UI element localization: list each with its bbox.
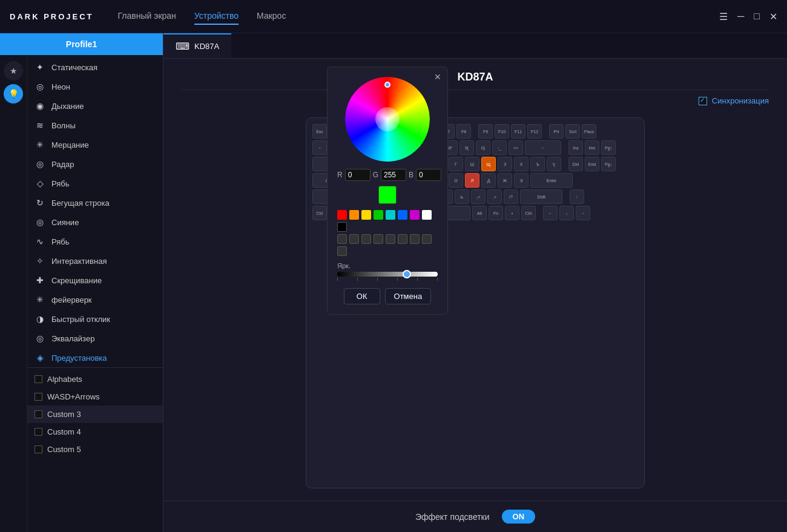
grid-swatch-4[interactable] xyxy=(374,234,383,244)
key-period[interactable]: .> xyxy=(487,189,502,204)
custom3-checkbox[interactable] xyxy=(35,410,42,418)
key-u[interactable]: Г xyxy=(449,157,463,171)
sidebar-icon-bulb[interactable]: 💡 xyxy=(4,84,23,103)
effect-preset[interactable]: ◈ Предустановка xyxy=(27,348,163,367)
key-f10[interactable]: F10 xyxy=(495,124,509,139)
maximize-button[interactable]: □ xyxy=(754,11,760,22)
key-backspace[interactable]: ← xyxy=(525,140,561,155)
preset-custom4[interactable]: Custom 4 xyxy=(27,423,163,441)
key-m[interactable]: Ь xyxy=(455,189,469,204)
grid-swatch-7[interactable] xyxy=(410,234,420,244)
key-equal[interactable]: =+ xyxy=(509,140,523,155)
key-lbracket[interactable]: Х xyxy=(514,157,529,171)
effect-equalizer[interactable]: ◎ Эквалайзер xyxy=(27,329,163,348)
key-home[interactable]: Hm xyxy=(585,140,599,155)
key-fn[interactable]: Fn xyxy=(489,206,503,220)
key-rbracket[interactable]: Ъ xyxy=(530,157,545,171)
swatch-white[interactable] xyxy=(422,210,432,220)
key-ins[interactable]: Ins xyxy=(568,140,583,155)
effect-toggle-button[interactable]: ON xyxy=(502,510,536,524)
b-input[interactable] xyxy=(416,169,441,181)
key-f9[interactable]: F9 xyxy=(478,124,493,139)
effect-shine[interactable]: ◎ Сияние xyxy=(27,212,163,232)
key-arrow-down[interactable]: ↓ xyxy=(559,206,574,220)
key-pause[interactable]: Paus xyxy=(582,124,596,139)
effect-breathing[interactable]: ◉ Дыхание xyxy=(27,96,163,116)
effect-fireworks[interactable]: ✳ фейерверк xyxy=(27,290,163,309)
swatch-green[interactable] xyxy=(374,210,383,220)
key-rwin[interactable]: ▪ xyxy=(505,206,519,220)
preset-alphabets[interactable]: Alphabets xyxy=(27,370,163,388)
grid-swatch-1[interactable] xyxy=(337,234,347,244)
effect-neon[interactable]: ◎ Неон xyxy=(27,77,163,96)
brightness-slider[interactable] xyxy=(337,272,438,281)
key-p[interactable]: З xyxy=(498,157,512,171)
color-wheel[interactable] xyxy=(345,77,430,162)
swatch-blue[interactable] xyxy=(398,210,407,220)
grid-swatch-3[interactable] xyxy=(361,234,371,244)
close-button[interactable]: ✕ xyxy=(769,11,777,22)
key-esc[interactable]: Esc xyxy=(312,124,327,139)
profile-header[interactable]: Profile1 xyxy=(0,33,163,55)
effect-fast-response[interactable]: ◑ Быстрый отклик xyxy=(27,309,163,329)
custom4-checkbox[interactable] xyxy=(35,428,42,436)
key-arrow-right[interactable]: → xyxy=(576,206,590,220)
grid-swatch-6[interactable] xyxy=(398,234,407,244)
key-l[interactable]: Д xyxy=(481,173,496,188)
tab-device[interactable]: Устройство xyxy=(194,8,239,25)
key-o[interactable]: Щ xyxy=(481,157,496,171)
effect-waves[interactable]: ≋ Волны xyxy=(27,116,163,135)
key-scrlk[interactable]: Scrl xyxy=(565,124,580,139)
key-tilde[interactable]: ~ xyxy=(312,140,327,155)
swatch-black[interactable] xyxy=(337,222,347,232)
key-slash[interactable]: /? xyxy=(504,189,518,204)
key-9[interactable]: 9( xyxy=(459,140,474,155)
effect-flicker[interactable]: ✳ Мерцание xyxy=(27,135,163,154)
key-rshift[interactable]: Shift xyxy=(520,189,562,204)
key-pgdn[interactable]: Pg↓ xyxy=(601,157,616,171)
effect-radar[interactable]: ◎ Радар xyxy=(27,154,163,174)
swatch-purple[interactable] xyxy=(410,210,420,220)
color-wheel-dot[interactable] xyxy=(384,82,390,88)
key-prtsc[interactable]: Prt xyxy=(549,124,564,139)
effect-cross[interactable]: ✚ Скрещивание xyxy=(27,271,163,290)
grid-swatch-8[interactable] xyxy=(422,234,432,244)
key-rctrl[interactable]: Ctrl xyxy=(521,206,536,220)
grid-swatch-5[interactable] xyxy=(386,234,395,244)
device-tab-kd87a[interactable]: ⌨ KD87A xyxy=(163,33,231,58)
key-end[interactable]: End xyxy=(585,157,599,171)
custom5-checkbox[interactable] xyxy=(35,445,42,453)
key-quote[interactable]: Э xyxy=(514,173,529,188)
key-f12[interactable]: F12 xyxy=(527,124,542,139)
key-f8[interactable]: F8 xyxy=(456,124,471,139)
key-0[interactable]: 0) xyxy=(476,140,490,155)
effect-running[interactable]: ↻ Бегущая строка xyxy=(27,193,163,212)
swatch-orange[interactable] xyxy=(349,210,359,220)
preset-custom3[interactable]: Custom 3 xyxy=(27,406,163,423)
slider-thumb[interactable] xyxy=(403,270,411,278)
tab-macros[interactable]: Макрос xyxy=(257,8,286,25)
alphabets-checkbox[interactable] xyxy=(35,375,42,383)
key-enter[interactable]: Enter xyxy=(530,173,573,188)
key-ralt[interactable]: Alt xyxy=(472,206,487,220)
key-comma[interactable]: ,< xyxy=(471,189,486,204)
key-i[interactable]: Ш xyxy=(465,157,479,171)
effect-interactive[interactable]: ✧ Интерактивная xyxy=(27,251,163,271)
swatch-yellow[interactable] xyxy=(361,210,371,220)
swatch-cyan[interactable] xyxy=(386,210,395,220)
wasd-checkbox[interactable] xyxy=(35,393,42,401)
menu-button[interactable]: ☰ xyxy=(719,11,728,22)
key-j[interactable]: О xyxy=(449,173,463,188)
key-backslash[interactable]: \| xyxy=(547,157,561,171)
effect-ripple2[interactable]: ∿ Рябь xyxy=(27,232,163,251)
preset-wasd[interactable]: WASD+Arrows xyxy=(27,388,163,406)
key-pgup[interactable]: Pg↑ xyxy=(601,140,616,155)
preset-custom5[interactable]: Custom 5 xyxy=(27,441,163,458)
key-f11[interactable]: F11 xyxy=(511,124,525,139)
key-arrow-left[interactable]: ← xyxy=(543,206,558,220)
cancel-button[interactable]: Отмена xyxy=(385,288,432,304)
key-lctrl[interactable]: Ctrl xyxy=(312,206,327,220)
swatch-red[interactable] xyxy=(337,210,347,220)
key-arrow-up[interactable]: ↑ xyxy=(570,189,584,204)
key-minus[interactable]: -_ xyxy=(492,140,507,155)
